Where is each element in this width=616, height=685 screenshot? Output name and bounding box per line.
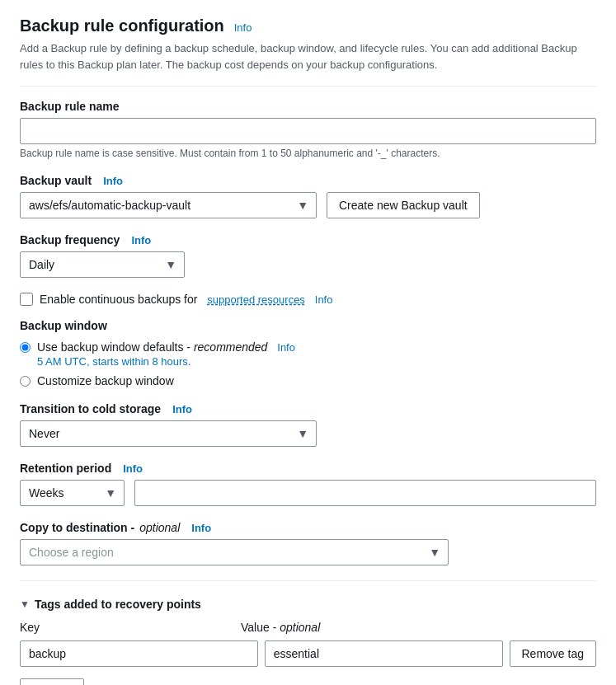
backup-window-customize-radio[interactable] [20,376,31,387]
backup-window-group: Backup window Use backup window defaults… [20,319,596,387]
continuous-backups-checkbox[interactable] [20,293,33,306]
tag-value-input[interactable] [265,640,503,667]
copy-destination-label: Copy to destination - [20,521,134,534]
backup-window-defaults-sublabel: 5 AM UTC, starts within 8 hours. [37,355,295,368]
tags-section-title: Tags added to recovery points [35,598,201,611]
backup-window-defaults-label-main: Use backup window defaults - [37,340,190,354]
cold-storage-select-wrapper: Never Days Weeks Months Years ▼ [20,420,317,447]
page-description: Add a Backup rule by defining a backup s… [20,40,596,73]
backup-vault-label: Backup vault [20,174,92,187]
continuous-backups-info-link[interactable]: Info [315,293,333,306]
copy-destination-group: Copy to destination - optional Info Choo… [20,521,596,565]
continuous-backups-row: Enable continuous backups for supported … [20,293,596,306]
retention-unit-select-wrapper: Days Weeks Months Years Always ▼ [20,480,125,506]
tags-columns: Key Value - optional [20,621,596,634]
retention-period-label: Retention period [20,462,111,475]
backup-vault-select[interactable]: aws/efs/automatic-backup-vault [20,192,317,218]
backup-frequency-info-link[interactable]: Info [131,234,151,246]
backup-window-customize-label: Customize backup window [37,374,174,387]
backup-window-defaults-info-link[interactable]: Info [277,341,295,354]
retention-period-group: Retention period Info Days Weeks Months … [20,462,596,506]
page-title: Backup rule configuration [20,16,224,35]
create-vault-button[interactable]: Create new Backup vault [327,192,480,218]
retention-row: Days Weeks Months Years Always ▼ 5 [20,480,596,506]
cold-storage-select[interactable]: Never Days Weeks Months Years [20,420,317,447]
table-row: Remove tag [20,640,596,667]
tags-section: ▼ Tags added to recovery points Key Valu… [20,598,596,685]
backup-window-customize-option: Customize backup window [20,374,596,387]
copy-destination-info-link[interactable]: Info [191,522,211,534]
backup-frequency-select[interactable]: Daily Weekly Monthly Custom [20,251,185,278]
tag-key-input[interactable] [20,640,258,667]
backup-rule-name-input[interactable]: aws/efs/automatic-backup-rule [20,118,596,144]
backup-frequency-group: Backup frequency Info Daily Weekly Month… [20,233,596,278]
cold-storage-info-link[interactable]: Info [172,403,192,415]
copy-destination-select[interactable]: Choose a region [20,539,449,565]
divider-top [20,86,596,87]
backup-window-defaults-label-italic: recommended [194,340,268,354]
header-info-link[interactable]: Info [234,21,252,34]
cold-storage-group: Transition to cold storage Info Never Da… [20,402,596,447]
backup-window-label: Backup window [20,319,596,332]
frequency-select-wrapper: Daily Weekly Monthly Custom ▼ [20,251,185,278]
retention-unit-select[interactable]: Days Weeks Months Years Always [20,480,125,506]
cold-storage-label: Transition to cold storage [20,402,161,415]
backup-frequency-label: Backup frequency [20,233,120,246]
retention-value-input[interactable]: 5 [134,480,596,506]
copy-destination-optional: optional [139,521,180,534]
backup-rule-name-group: Backup rule name aws/efs/automatic-backu… [20,100,596,159]
backup-vault-select-wrapper: aws/efs/automatic-backup-vault ▼ [20,192,317,218]
backup-rule-name-label: Backup rule name [20,100,120,113]
tags-key-col-label: Key [20,621,234,634]
tags-chevron-down-icon: ▼ [20,598,30,610]
backup-vault-info-link[interactable]: Info [103,175,123,187]
backup-rule-name-hint: Backup rule name is case sensitive. Must… [20,148,596,159]
backup-window-defaults-option: Use backup window defaults - recommended… [20,340,596,368]
vault-row: aws/efs/automatic-backup-vault ▼ Create … [20,192,596,218]
remove-tag-button[interactable]: Remove tag [510,640,596,667]
backup-vault-group: Backup vault Info aws/efs/automatic-back… [20,174,596,218]
continuous-backups-label: Enable continuous backups for supported … [40,293,332,306]
retention-period-info-link[interactable]: Info [123,462,143,475]
divider-tags [20,580,596,581]
copy-destination-select-wrapper: Choose a region ▼ [20,539,449,565]
add-tag-button[interactable]: Add tag [20,678,84,685]
backup-window-defaults-radio[interactable] [20,342,31,353]
tags-header[interactable]: ▼ Tags added to recovery points [20,598,596,611]
supported-resources-link[interactable]: supported resources [207,293,305,306]
tags-value-col-label: Value - optional [241,621,562,634]
